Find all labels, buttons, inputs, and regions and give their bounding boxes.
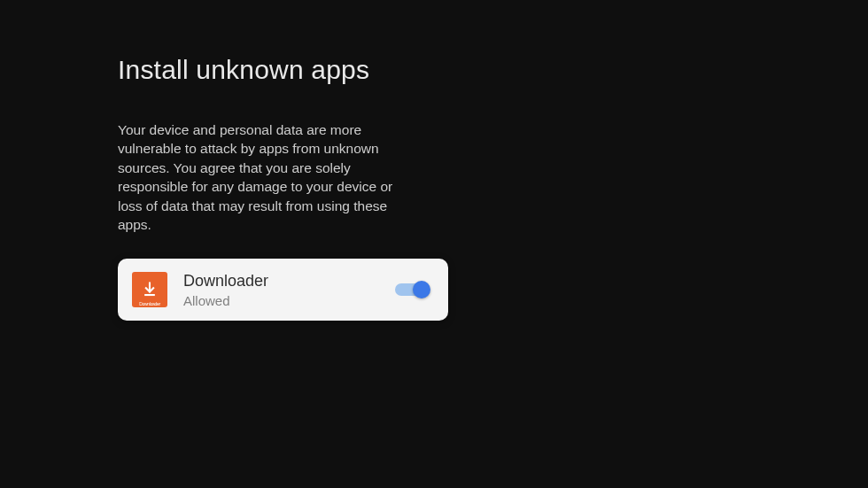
warning-description: Your device and personal data are more v… — [118, 120, 407, 234]
app-info: Downloader Allowed — [183, 272, 395, 308]
download-icon: Downloader — [132, 272, 167, 307]
app-name: Downloader — [183, 272, 395, 291]
toggle-thumb — [413, 281, 430, 298]
svg-rect-0 — [144, 294, 155, 296]
app-row-downloader[interactable]: Downloader Downloader Allowed — [118, 259, 448, 321]
page-title: Install unknown apps — [118, 55, 868, 85]
app-icon-label: Downloader — [139, 301, 160, 306]
allow-toggle[interactable] — [395, 281, 430, 298]
app-status: Allowed — [183, 293, 395, 308]
